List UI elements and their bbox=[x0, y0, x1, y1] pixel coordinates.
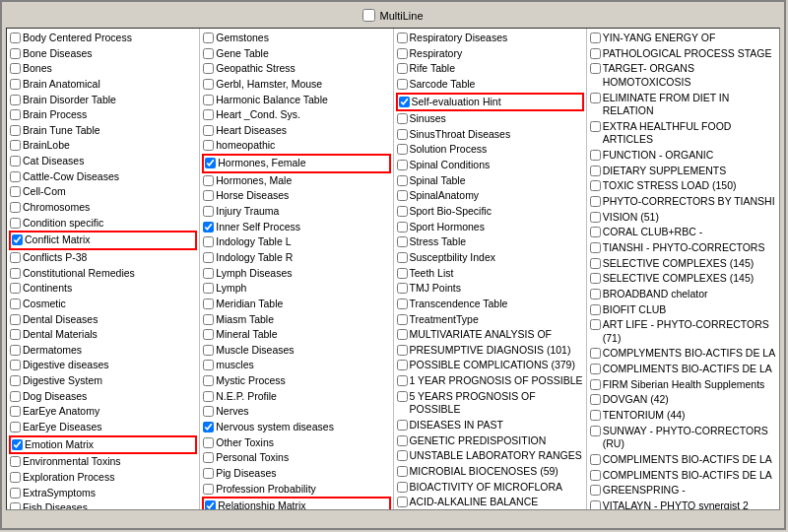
item-checkbox[interactable] bbox=[203, 437, 214, 448]
item-checkbox[interactable] bbox=[10, 314, 21, 325]
item-checkbox[interactable] bbox=[590, 410, 601, 421]
item-checkbox[interactable] bbox=[10, 125, 21, 136]
item-checkbox[interactable] bbox=[203, 375, 214, 386]
item-checkbox[interactable] bbox=[203, 95, 214, 105]
item-checkbox[interactable] bbox=[590, 166, 601, 176]
item-checkbox[interactable] bbox=[10, 502, 21, 509]
item-checkbox[interactable] bbox=[397, 299, 408, 309]
item-checkbox[interactable] bbox=[590, 242, 601, 253]
item-checkbox[interactable] bbox=[203, 391, 214, 402]
item-checkbox[interactable] bbox=[10, 202, 21, 213]
item-checkbox[interactable] bbox=[203, 140, 214, 151]
item-checkbox[interactable] bbox=[205, 158, 216, 168]
item-checkbox[interactable] bbox=[397, 391, 408, 402]
item-checkbox[interactable] bbox=[590, 258, 601, 269]
item-checkbox[interactable] bbox=[203, 63, 214, 74]
item-checkbox[interactable] bbox=[397, 190, 408, 201]
item-checkbox[interactable] bbox=[203, 33, 214, 43]
item-checkbox[interactable] bbox=[590, 180, 601, 191]
item-checkbox[interactable] bbox=[397, 175, 408, 186]
item-checkbox[interactable] bbox=[10, 360, 21, 370]
item-checkbox[interactable] bbox=[10, 140, 21, 151]
item-checkbox[interactable] bbox=[397, 450, 408, 461]
item-checkbox[interactable] bbox=[12, 439, 23, 450]
item-checkbox[interactable] bbox=[590, 470, 601, 481]
item-checkbox[interactable] bbox=[590, 63, 601, 74]
item-checkbox[interactable] bbox=[203, 252, 214, 263]
item-checkbox[interactable] bbox=[590, 379, 601, 390]
item-checkbox[interactable] bbox=[399, 97, 410, 107]
item-checkbox[interactable] bbox=[590, 93, 601, 103]
item-checkbox[interactable] bbox=[10, 156, 21, 166]
item-checkbox[interactable] bbox=[203, 109, 214, 120]
item-checkbox[interactable] bbox=[590, 196, 601, 207]
item-checkbox[interactable] bbox=[203, 125, 214, 136]
item-checkbox[interactable] bbox=[397, 420, 408, 431]
item-checkbox[interactable] bbox=[397, 268, 408, 279]
item-checkbox[interactable] bbox=[10, 268, 21, 279]
item-checkbox[interactable] bbox=[10, 252, 21, 263]
item-checkbox[interactable] bbox=[590, 364, 601, 374]
item-checkbox[interactable] bbox=[203, 283, 214, 294]
item-checkbox[interactable] bbox=[203, 329, 214, 340]
item-checkbox[interactable] bbox=[397, 252, 408, 263]
item-checkbox[interactable] bbox=[10, 406, 21, 417]
item-checkbox[interactable] bbox=[10, 391, 21, 402]
item-checkbox[interactable] bbox=[397, 482, 408, 493]
item-checkbox[interactable] bbox=[397, 79, 408, 90]
item-checkbox[interactable] bbox=[397, 329, 408, 340]
item-checkbox[interactable] bbox=[590, 500, 601, 509]
item-checkbox[interactable] bbox=[590, 33, 601, 43]
item-checkbox[interactable] bbox=[10, 488, 21, 499]
item-checkbox[interactable] bbox=[590, 121, 601, 132]
item-checkbox[interactable] bbox=[397, 236, 408, 247]
item-checkbox[interactable] bbox=[590, 227, 601, 237]
item-checkbox[interactable] bbox=[397, 222, 408, 233]
item-checkbox[interactable] bbox=[397, 345, 408, 356]
item-checkbox[interactable] bbox=[203, 236, 214, 247]
item-checkbox[interactable] bbox=[10, 63, 21, 74]
item-checkbox[interactable] bbox=[10, 171, 21, 182]
item-checkbox[interactable] bbox=[10, 48, 21, 59]
item-checkbox[interactable] bbox=[590, 289, 601, 299]
item-checkbox[interactable] bbox=[203, 345, 214, 356]
item-checkbox[interactable] bbox=[10, 345, 21, 356]
item-checkbox[interactable] bbox=[397, 466, 408, 477]
item-checkbox[interactable] bbox=[397, 375, 408, 386]
item-checkbox[interactable] bbox=[10, 95, 21, 105]
item-checkbox[interactable] bbox=[203, 422, 214, 432]
item-checkbox[interactable] bbox=[203, 48, 214, 59]
item-checkbox[interactable] bbox=[12, 234, 23, 245]
item-checkbox[interactable] bbox=[203, 484, 214, 495]
item-checkbox[interactable] bbox=[397, 435, 408, 446]
item-checkbox[interactable] bbox=[590, 212, 601, 223]
item-checkbox[interactable] bbox=[203, 452, 214, 463]
item-checkbox[interactable] bbox=[590, 454, 601, 465]
item-checkbox[interactable] bbox=[10, 375, 21, 386]
item-checkbox[interactable] bbox=[590, 273, 601, 284]
item-checkbox[interactable] bbox=[590, 485, 601, 496]
item-checkbox[interactable] bbox=[203, 190, 214, 201]
item-checkbox[interactable] bbox=[203, 175, 214, 186]
item-checkbox[interactable] bbox=[590, 394, 601, 405]
item-checkbox[interactable] bbox=[203, 406, 214, 417]
item-checkbox[interactable] bbox=[397, 160, 408, 170]
item-checkbox[interactable] bbox=[203, 268, 214, 279]
item-checkbox[interactable] bbox=[205, 500, 216, 509]
item-checkbox[interactable] bbox=[203, 314, 214, 325]
item-checkbox[interactable] bbox=[397, 33, 408, 43]
item-checkbox[interactable] bbox=[10, 299, 21, 309]
item-checkbox[interactable] bbox=[203, 360, 214, 370]
item-checkbox[interactable] bbox=[397, 129, 408, 140]
item-checkbox[interactable] bbox=[397, 48, 408, 59]
item-checkbox[interactable] bbox=[10, 79, 21, 90]
item-checkbox[interactable] bbox=[397, 63, 408, 74]
item-checkbox[interactable] bbox=[590, 150, 601, 161]
item-checkbox[interactable] bbox=[10, 109, 21, 120]
item-checkbox[interactable] bbox=[590, 48, 601, 59]
item-checkbox[interactable] bbox=[590, 319, 601, 330]
item-checkbox[interactable] bbox=[10, 33, 21, 43]
item-checkbox[interactable] bbox=[203, 79, 214, 90]
item-checkbox[interactable] bbox=[203, 468, 214, 479]
item-checkbox[interactable] bbox=[10, 472, 21, 483]
